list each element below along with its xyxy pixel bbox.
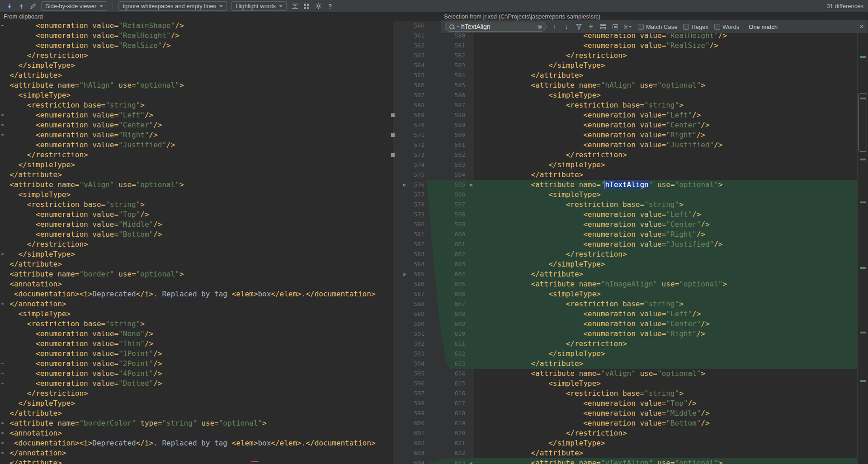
- code-line[interactable]: <enumeration value="Bottom"/>: [0, 230, 393, 239]
- code-line[interactable]: <attribute name="vAlign" use="optional">: [474, 369, 857, 379]
- code-line[interactable]: <attribute name="hTextAlign" use="option…: [474, 180, 857, 190]
- code-line[interactable]: <enumeration value="Right"/>: [474, 329, 857, 339]
- code-line[interactable]: </annotation>: [0, 448, 393, 458]
- words-checkbox[interactable]: Words: [714, 23, 739, 30]
- code-line[interactable]: <enumeration value="Right"/>: [0, 130, 393, 140]
- jump-to-source-icon[interactable]: [28, 1, 38, 11]
- code-line[interactable]: </attribute>: [474, 359, 857, 369]
- stripe-mark[interactable]: [860, 332, 866, 333]
- search-input[interactable]: [461, 23, 535, 30]
- code-line[interactable]: <enumeration value="Center"/>: [474, 120, 857, 130]
- code-line[interactable]: <simpleType>: [0, 190, 393, 200]
- highlight-all-icon[interactable]: [611, 22, 620, 31]
- previous-difference-icon[interactable]: [16, 1, 26, 11]
- code-line[interactable]: <attribute name="borderColor" type="stri…: [0, 418, 393, 428]
- code-line[interactable]: </restriction>: [474, 428, 857, 438]
- apply-change-left-icon[interactable]: «: [467, 180, 475, 190]
- fold-marker[interactable]: [391, 113, 395, 117]
- code-line[interactable]: </restriction>: [474, 249, 857, 259]
- code-line[interactable]: </simpleType>: [0, 398, 393, 408]
- code-line[interactable]: </restriction>: [0, 51, 393, 61]
- whitespace-mode-dropdown[interactable]: Ignore whitespaces and empty lines: [118, 1, 227, 11]
- previous-occurrence-icon[interactable]: ↑: [550, 22, 559, 31]
- code-line[interactable]: <restriction base="string">: [474, 389, 857, 398]
- code-line[interactable]: <enumeration value="Dotted"/>: [0, 379, 393, 389]
- code-line[interactable]: </attribute>: [0, 259, 393, 269]
- code-line[interactable]: </annotation>: [0, 299, 393, 309]
- code-line[interactable]: <simpleType>: [0, 90, 393, 100]
- stripe-mark[interactable]: [860, 56, 866, 58]
- code-line[interactable]: <enumeration value="Thin"/>: [0, 339, 393, 349]
- match-case-checkbox[interactable]: Match Case: [638, 23, 677, 30]
- code-line[interactable]: </simpleType>: [0, 249, 393, 259]
- code-line[interactable]: <simpleType>: [474, 289, 857, 299]
- next-difference-icon[interactable]: [5, 1, 14, 11]
- code-line[interactable]: <enumeration value="1Point"/>: [0, 349, 393, 359]
- code-line[interactable]: <annotation>: [0, 279, 393, 289]
- code-line[interactable]: </attribute>: [0, 458, 393, 464]
- code-line[interactable]: </restriction>: [0, 389, 393, 398]
- code-line[interactable]: <attribute name="hAlign" use="optional">: [0, 80, 393, 90]
- code-line[interactable]: </restriction>: [0, 150, 393, 160]
- code-line[interactable]: </attribute>: [0, 70, 393, 80]
- regex-checkbox[interactable]: Regex: [683, 23, 708, 30]
- code-line[interactable]: </simpleType>: [474, 160, 857, 170]
- code-line[interactable]: <enumeration value="Middle"/>: [0, 220, 393, 230]
- code-line[interactable]: </attribute>: [0, 170, 393, 180]
- stripe-mark[interactable]: [860, 159, 866, 160]
- code-line[interactable]: <enumeration value="None"/>: [0, 329, 393, 339]
- code-line[interactable]: <enumeration value="Right"/>: [474, 230, 857, 239]
- code-line[interactable]: <enumeration value="Center"/>: [474, 319, 857, 329]
- code-line[interactable]: </simpleType>: [474, 349, 857, 359]
- add-occurrence-icon[interactable]: +: [586, 22, 595, 31]
- code-line[interactable]: </simpleType>: [474, 259, 857, 269]
- collapse-unchanged-icon[interactable]: [290, 1, 300, 11]
- code-line[interactable]: <enumeration value="Middle"/>: [474, 408, 857, 418]
- code-line[interactable]: <enumeration value="Left"/>: [474, 110, 857, 120]
- code-line[interactable]: <attribute name="vAlign" use="optional">: [0, 180, 393, 190]
- apply-change-right-icon[interactable]: »: [399, 269, 410, 279]
- scrollbar-thumb[interactable]: [859, 93, 867, 152]
- code-line[interactable]: <simpleType>: [0, 309, 393, 319]
- code-line[interactable]: </simpleType>: [0, 61, 393, 70]
- apply-change-left-icon[interactable]: «: [467, 458, 475, 464]
- filter-search-icon[interactable]: [574, 22, 583, 31]
- code-line[interactable]: <annotation>: [0, 428, 393, 438]
- code-line[interactable]: <enumeration value="RetainShape"/>: [0, 21, 393, 31]
- code-line[interactable]: </attribute>: [474, 70, 857, 80]
- code-line[interactable]: <enumeration value="Justified"/>: [0, 140, 393, 150]
- code-line[interactable]: <attribute name="border" use="optional">: [0, 269, 393, 279]
- code-line[interactable]: <enumeration value="Bottom"/>: [474, 418, 857, 428]
- code-line[interactable]: <enumeration value="2Point"/>: [0, 359, 393, 369]
- code-line[interactable]: <attribute name="hImageAlign" use="optio…: [474, 279, 857, 289]
- left-editor[interactable]: <enumeration value="RetainShape"/> <enum…: [0, 21, 393, 464]
- code-line[interactable]: <enumeration value="Top"/>: [474, 398, 857, 408]
- close-search-icon[interactable]: ×: [859, 22, 864, 31]
- code-line[interactable]: <restriction base="string">: [474, 100, 857, 110]
- code-line[interactable]: <restriction base="string">: [474, 200, 857, 210]
- code-line[interactable]: <attribute name="hAlign" use="optional">: [474, 80, 857, 90]
- code-line[interactable]: <enumeration value="Center"/>: [0, 120, 393, 130]
- search-field[interactable]: ⊗: [445, 22, 547, 32]
- right-error-stripe[interactable]: [857, 21, 868, 464]
- stripe-mark[interactable]: [860, 267, 866, 269]
- next-occurrence-icon[interactable]: ↓: [562, 22, 571, 31]
- fold-marker[interactable]: [391, 153, 395, 157]
- code-line[interactable]: <restriction base="string">: [474, 299, 857, 309]
- code-line[interactable]: <documentation><i>Deprecated</i>. Replac…: [0, 438, 393, 448]
- code-line[interactable]: <attribute name="vTextAlign" use="option…: [474, 458, 857, 464]
- code-line[interactable]: </restriction>: [0, 239, 393, 249]
- code-line[interactable]: <enumeration value="Top"/>: [0, 210, 393, 220]
- code-line[interactable]: <enumeration value="Right"/>: [474, 130, 857, 140]
- code-line[interactable]: <simpleType>: [474, 190, 857, 200]
- stripe-mark[interactable]: [860, 380, 866, 382]
- code-line[interactable]: <simpleType>: [474, 90, 857, 100]
- code-line[interactable]: <enumeration value="4Point"/>: [0, 369, 393, 379]
- code-line[interactable]: </simpleType>: [474, 438, 857, 448]
- code-line[interactable]: </restriction>: [474, 150, 857, 160]
- code-line[interactable]: <enumeration value="Left"/>: [0, 110, 393, 120]
- help-icon[interactable]: ?: [325, 1, 335, 11]
- code-line[interactable]: <restriction base="string">: [0, 200, 393, 210]
- code-line[interactable]: <simpleType>: [474, 379, 857, 389]
- code-line[interactable]: <enumeration value="RealHeight"/>: [0, 31, 393, 41]
